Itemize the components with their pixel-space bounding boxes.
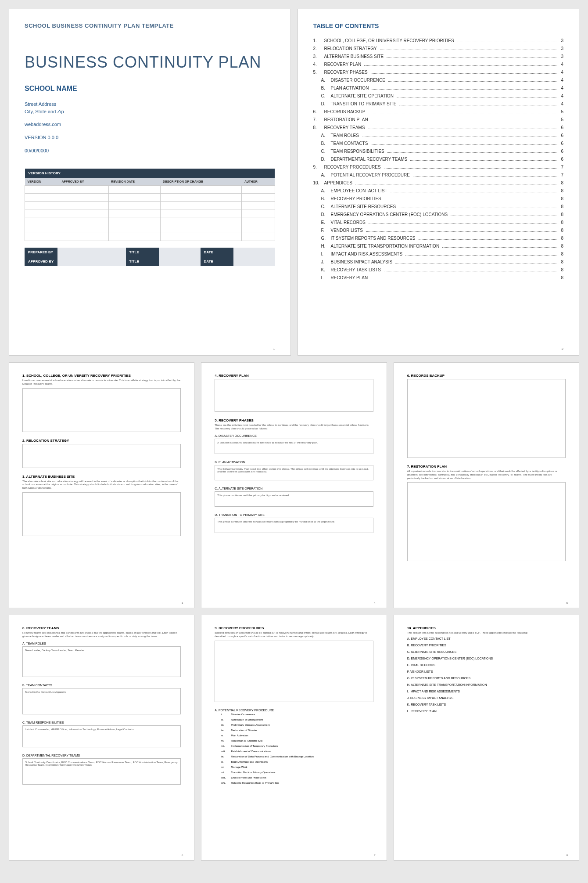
team-b-title: B. TEAM CONTACTS <box>22 684 181 687</box>
section-9-desc: Specific activities or tasks that should… <box>215 631 373 638</box>
toc-dots <box>371 279 558 279</box>
procedure-step: xiii.End Alternate Site Procedures <box>221 776 373 779</box>
toc-item: H.ALTERNATE SITE TRANSPORTATION INFORMAT… <box>313 244 564 249</box>
phase-d-box: This phase continues until the school op… <box>215 518 373 533</box>
toc-item: 6.RECORDS BACKUP5 <box>313 109 564 114</box>
procedure-step: ii.Notification of Management <box>221 718 373 721</box>
toc-dots <box>413 176 559 177</box>
section-7-title: 7. RESTORATION PLAN <box>407 465 566 469</box>
procedure-step: xi.Manage Work <box>221 766 373 768</box>
step-text: Notification of Management <box>231 718 263 721</box>
toc-num: 8. <box>313 125 324 130</box>
toc-dots <box>369 223 558 224</box>
section-4-box <box>215 379 373 412</box>
toc-item: D.DEPARTMENTAL RECOVERY TEAMS6 <box>313 157 564 162</box>
sig-date-label: DATE <box>201 248 233 257</box>
section-7-desc: All important records that are vital to … <box>407 470 566 480</box>
page-number: 1 <box>273 347 275 351</box>
toc-dots <box>442 247 558 248</box>
page-number: 6 <box>182 854 183 857</box>
toc-page: 8 <box>559 259 563 264</box>
toc-dots <box>371 73 559 74</box>
step-num: iii. <box>221 724 231 726</box>
toc-label: DISASTER OCCURRENCE <box>331 78 387 83</box>
page-number: 2 <box>562 347 563 351</box>
toc-page: 8 <box>559 212 563 217</box>
appendix-item: B. RECOVERY PRIORITIES <box>407 644 566 647</box>
toc-num: 7. <box>313 117 324 122</box>
toc-item: 7.RESTORATION PLAN5 <box>313 117 564 122</box>
proc-a-title: A. POTENTIAL RECOVERY PROCEDURE <box>215 709 373 712</box>
appendix-item: E. VITAL RECORDS <box>407 663 566 667</box>
section-5-title: 5. RECOVERY PHASES <box>215 418 373 422</box>
toc-num: D. <box>313 212 331 217</box>
team-b-box: Stored in the Contact List Appendix <box>22 688 181 714</box>
toc-dots <box>405 255 558 256</box>
sig-title-value2 <box>159 257 201 266</box>
procedure-step: vi.Relocation to Alternate Site <box>221 739 373 742</box>
toc-dots <box>451 216 558 216</box>
toc-num: E. <box>313 220 331 225</box>
procedure-step: xii.Transition Back to Primary Operation… <box>221 771 373 774</box>
toc-label: RECOVERY PLAN <box>331 275 370 280</box>
step-num: i. <box>221 713 231 716</box>
toc-num: C. <box>313 94 331 98</box>
sig-title-label: TITLE <box>126 248 159 257</box>
toc-page: 6 <box>559 149 563 154</box>
toc-item: 1.SCHOOL, COLLEGE, OR UNIVERSITY RECOVER… <box>313 38 564 43</box>
section-3-box <box>22 492 181 536</box>
toc-num: D. <box>313 101 331 106</box>
toc-dots <box>399 105 558 105</box>
toc-page: 6 <box>559 141 563 146</box>
toc-page: 4 <box>559 62 563 67</box>
toc-label: DEPARTMENTAL RECOVERY TEAMS <box>331 157 409 162</box>
step-text: Manage Work <box>231 766 247 768</box>
toc-page: 4 <box>559 101 563 106</box>
appendix-item: I. IMPACT AND RISK ASSESSMENTS <box>407 690 566 693</box>
phase-c-title: C. ALTERNATE SITE OPERATION <box>215 487 373 490</box>
toc-page: 8 <box>559 204 563 209</box>
section-10-title: 10. APPENDICES <box>407 626 566 630</box>
toc-num: 9. <box>313 165 324 169</box>
version-history-table: VERSION HISTORY VERSION APPROVED BY REVI… <box>25 169 275 241</box>
toc-num: B. <box>313 141 331 146</box>
toc-item: 8.RECOVERY TEAMS6 <box>313 125 564 130</box>
phase-c-box: This phase continues until the primary f… <box>215 491 373 507</box>
toc-label: RECOVERY PROCEDURES <box>324 165 383 169</box>
toc-num: J. <box>313 259 331 264</box>
section-3-desc: The alternate school site and relocation… <box>22 480 181 490</box>
toc-page: 5 <box>559 109 563 114</box>
page-number: 8 <box>566 854 568 857</box>
phase-a-box: A disaster is declared and decisions are… <box>215 439 373 454</box>
step-num: vi. <box>221 739 231 742</box>
toc-num: D. <box>313 157 331 162</box>
toc-item: A.DISASTER OCCURRENCE4 <box>313 78 564 83</box>
step-num: vii. <box>221 745 231 747</box>
page-3: 1. SCHOOL, COLLEGE, OR UNIVERSITY RECOVE… <box>9 362 194 608</box>
toc-label: POTENTIAL RECOVERY PROCEDURE <box>331 173 412 177</box>
section-8-title: 8. RECOVERY TEAMS <box>22 626 181 630</box>
step-num: v. <box>221 734 231 737</box>
toc-num: A. <box>313 78 331 83</box>
toc-dots <box>391 192 559 192</box>
toc-num: G. <box>313 236 331 241</box>
table-row <box>25 225 275 233</box>
vh-col-revdate: REVISION DATE <box>108 178 160 186</box>
toc-list: 1.SCHOOL, COLLEGE, OR UNIVERSITY RECOVER… <box>313 38 564 280</box>
phase-d-title: D. TRANSITION TO PRIMARY SITE <box>215 513 373 516</box>
section-4-title: 4. RECOVERY PLAN <box>215 374 373 378</box>
toc-num: A. <box>313 133 331 138</box>
toc-dots <box>368 129 558 129</box>
toc-dots <box>380 50 559 50</box>
step-num: ii. <box>221 718 231 721</box>
toc-page: 7 <box>559 173 563 177</box>
toc-item: C.ALTERNATE SITE OPERATION4 <box>313 94 564 98</box>
toc-item: D.EMERGENCY OPERATIONS CENTER (EOC) LOCA… <box>313 212 564 217</box>
section-2-box <box>22 444 181 468</box>
toc-page: 8 <box>559 188 563 193</box>
school-name: SCHOOL NAME <box>25 85 275 93</box>
toc-item: I.IMPACT AND RISK ASSESSMENTS8 <box>313 252 564 256</box>
team-c-title: C. TEAM RESPONSIBILITIES <box>22 721 181 724</box>
web-address: webaddress.com <box>25 122 275 127</box>
step-text: Begin Alternate Site Operations <box>231 760 268 763</box>
